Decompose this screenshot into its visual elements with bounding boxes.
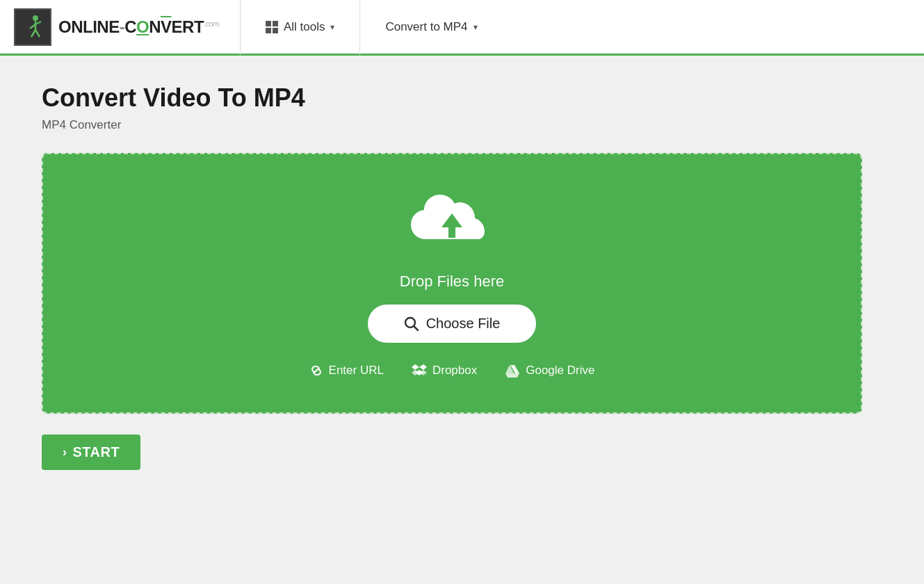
main-content: Convert Video To MP4 MP4 Converter Drop …: [0, 56, 924, 498]
convert-to-mp4-button[interactable]: Convert to MP4 ▾: [374, 15, 488, 40]
logo-person-icon: [22, 15, 44, 40]
svg-marker-10: [412, 364, 419, 370]
page-subtitle: MP4 Converter: [42, 118, 882, 132]
google-drive-icon: [505, 364, 520, 378]
svg-line-8: [414, 326, 418, 330]
logo-text: ONLINE-CONVERT.com: [58, 17, 219, 37]
dropbox-label: Dropbox: [432, 364, 477, 378]
svg-line-5: [35, 30, 40, 37]
upload-drop-zone[interactable]: Drop Files here Choose File Enter URL: [42, 153, 862, 414]
google-drive-link[interactable]: Google Drive: [505, 364, 594, 378]
cloud-upload-icon: [407, 189, 497, 259]
search-icon: [404, 316, 419, 332]
enter-url-label: Enter URL: [329, 364, 384, 378]
start-label: START: [73, 444, 120, 460]
nav-divider-2: [359, 0, 360, 55]
svg-point-0: [33, 15, 38, 21]
convert-to-mp4-chevron: ▾: [473, 22, 478, 32]
enter-url-link[interactable]: Enter URL: [309, 364, 384, 378]
svg-marker-17: [505, 373, 519, 378]
start-chevron-icon: ›: [63, 445, 67, 460]
logo-icon-box: [14, 8, 51, 46]
drop-files-text: Drop Files here: [400, 273, 504, 291]
svg-line-4: [31, 30, 35, 37]
link-icon: [309, 364, 323, 378]
nav-divider-1: [240, 0, 241, 55]
page-title: Convert Video To MP4: [42, 83, 882, 113]
google-drive-label: Google Drive: [526, 364, 594, 378]
all-tools-chevron: ▾: [330, 22, 334, 32]
header: ONLINE-CONVERT.com All tools ▾ Convert t…: [0, 0, 924, 56]
choose-file-label: Choose File: [426, 316, 501, 332]
start-button[interactable]: › START: [42, 435, 140, 470]
all-tools-button[interactable]: All tools ▾: [254, 15, 346, 40]
upload-links: Enter URL Dropbox Google Drive: [309, 364, 595, 378]
grid-icon: [266, 21, 278, 33]
dropbox-icon: [412, 364, 427, 378]
all-tools-label: All tools: [284, 20, 325, 34]
svg-marker-11: [419, 364, 427, 370]
dropbox-link[interactable]: Dropbox: [412, 364, 477, 378]
choose-file-button[interactable]: Choose File: [368, 305, 537, 343]
svg-line-9: [315, 369, 318, 372]
logo[interactable]: ONLINE-CONVERT.com: [14, 8, 219, 46]
convert-to-mp4-label: Convert to MP4: [385, 20, 467, 34]
